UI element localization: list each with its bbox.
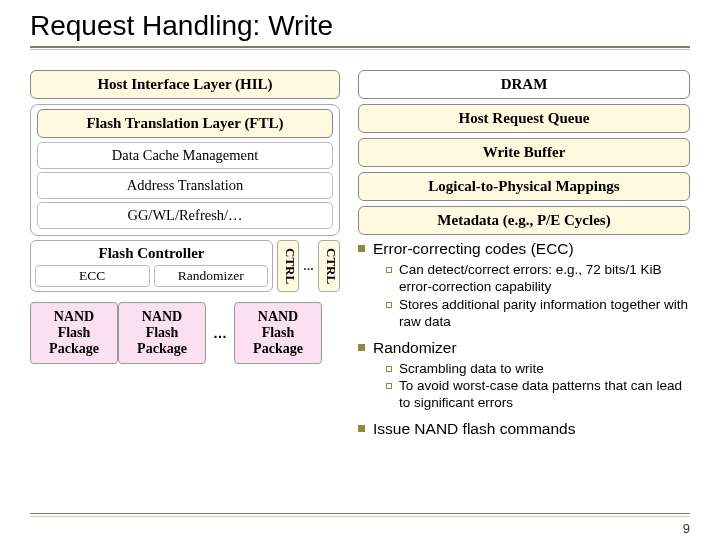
bullet-issue-nand: Issue NAND flash commands — [358, 420, 690, 438]
nand-box-2: NAND Flash Package — [118, 302, 206, 364]
randomizer-cell: Randomizer — [154, 265, 269, 287]
address-translation-box: Address Translation — [37, 172, 333, 199]
title-rule-2 — [30, 49, 690, 50]
sub-bullet-ecc-2: Stores additional parity information tog… — [386, 297, 690, 331]
flash-controller-title: Flash Controller — [35, 245, 268, 262]
nand-ellipsis: … — [206, 325, 234, 341]
bullet-ecc: Error-correcting codes (ECC) — [358, 240, 690, 258]
bullet-outline-square-icon — [386, 383, 392, 389]
ctrl-ellipsis: … — [303, 260, 314, 272]
gg-wl-refresh-box: GG/WL/Refresh/… — [37, 202, 333, 229]
bullet-square-icon — [358, 344, 365, 351]
bullet-issue-nand-text: Issue NAND flash commands — [373, 420, 575, 438]
sub-bullet-rand-2-text: To avoid worst-case data patterns that c… — [399, 378, 690, 412]
write-buffer-box: Write Buffer — [358, 138, 690, 167]
ctrl-box-1: CTRL — [277, 240, 299, 292]
bullet-square-icon — [358, 425, 365, 432]
l2p-mappings-box: Logical-to-Physical Mappings — [358, 172, 690, 201]
bullet-outline-square-icon — [386, 267, 392, 273]
dram-box: DRAM — [358, 70, 690, 99]
bullet-ecc-text: Error-correcting codes (ECC) — [373, 240, 574, 258]
ftl-box: Flash Translation Layer (FTL) — [37, 109, 333, 138]
sub-bullet-rand-1: Scrambling data to write — [386, 361, 690, 378]
nand-box-1: NAND Flash Package — [30, 302, 118, 364]
host-request-queue-box: Host Request Queue — [358, 104, 690, 133]
bullet-outline-square-icon — [386, 366, 392, 372]
bullet-randomizer-text: Randomizer — [373, 339, 457, 357]
data-cache-mgmt-box: Data Cache Management — [37, 142, 333, 169]
sub-bullet-ecc-1-text: Can detect/correct errors: e.g., 72 bits… — [399, 262, 690, 296]
flash-controller-row: Flash Controller ECC Randomizer CTRL … C… — [30, 240, 340, 292]
page-title: Request Handling: Write — [30, 10, 690, 42]
dram-group: DRAM Host Request Queue Write Buffer Log… — [358, 70, 690, 235]
sub-bullet-rand-2: To avoid worst-case data patterns that c… — [386, 378, 690, 412]
sub-bullet-rand-1-text: Scrambling data to write — [399, 361, 544, 378]
ecc-cell: ECC — [35, 265, 150, 287]
ftl-group: Flash Translation Layer (FTL) Data Cache… — [30, 104, 340, 236]
sub-bullet-ecc-1: Can detect/correct errors: e.g., 72 bits… — [386, 262, 690, 296]
metadata-box: Metadata (e.g., P/E Cycles) — [358, 206, 690, 235]
ctrl-box-2: CTRL — [318, 240, 340, 292]
bullet-randomizer: Randomizer — [358, 339, 690, 357]
footer-rule-1 — [30, 513, 690, 515]
sub-bullet-ecc-2-text: Stores additional parity information tog… — [399, 297, 690, 331]
title-rule-1 — [30, 46, 690, 48]
page-number: 9 — [683, 521, 690, 536]
bullet-square-icon — [358, 245, 365, 252]
flash-controller-group: Flash Controller ECC Randomizer — [30, 240, 273, 292]
footer-rule-2 — [30, 516, 690, 517]
nand-box-3: NAND Flash Package — [234, 302, 322, 364]
hil-box: Host Interface Layer (HIL) — [30, 70, 340, 99]
nand-row: NAND Flash Package NAND Flash Package … … — [30, 302, 340, 364]
bullet-outline-square-icon — [386, 302, 392, 308]
